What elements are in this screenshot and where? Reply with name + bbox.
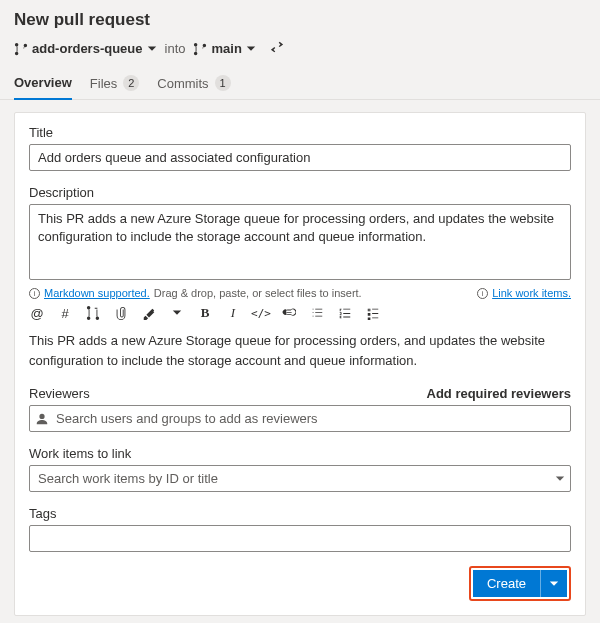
page-title: New pull request [14, 10, 586, 30]
description-label: Description [29, 185, 571, 200]
title-input[interactable] [29, 144, 571, 171]
swap-icon [270, 40, 284, 54]
reviewers-input[interactable] [29, 405, 571, 432]
chevron-down-icon [555, 474, 565, 484]
numbered-list-icon[interactable] [337, 306, 353, 320]
italic-icon[interactable]: I [225, 305, 241, 321]
tags-label: Tags [29, 506, 571, 521]
description-preview: This PR adds a new Azure Storage queue f… [29, 331, 571, 370]
tabs-bar: Overview Files 2 Commits 1 [0, 69, 600, 100]
info-icon: i [477, 288, 488, 299]
attach-icon[interactable] [113, 306, 129, 320]
description-textarea[interactable]: This PR adds a new Azure Storage queue f… [29, 204, 571, 280]
work-items-dropdown-button[interactable] [555, 474, 565, 484]
highlight-icon[interactable] [141, 306, 157, 320]
work-items-input[interactable] [29, 465, 571, 492]
tab-commits[interactable]: Commits 1 [157, 69, 230, 99]
info-icon: i [29, 288, 40, 299]
checklist-icon[interactable] [365, 306, 381, 320]
create-dropdown-button[interactable] [540, 570, 567, 597]
swap-branches-button[interactable] [270, 40, 284, 57]
description-hints: i Markdown supported. Drag & drop, paste… [29, 287, 571, 299]
branch-icon [14, 42, 28, 56]
bullet-list-icon[interactable] [309, 306, 325, 320]
chevron-down-icon [246, 44, 256, 54]
title-label: Title [29, 125, 571, 140]
create-button-highlight: Create [469, 566, 571, 601]
work-items-label: Work items to link [29, 446, 571, 461]
into-label: into [165, 41, 186, 56]
link-icon[interactable] [281, 306, 297, 320]
create-button[interactable]: Create [473, 570, 540, 597]
source-branch-name: add-orders-queue [32, 41, 143, 56]
commits-count-badge: 1 [215, 75, 231, 91]
tags-input[interactable] [29, 525, 571, 552]
chevron-down-icon [549, 579, 559, 589]
link-work-items-link[interactable]: Link work items. [492, 287, 571, 299]
chevron-down-icon [147, 44, 157, 54]
pr-link-icon[interactable] [85, 306, 101, 320]
tab-overview[interactable]: Overview [14, 69, 72, 100]
target-branch-selector[interactable]: main [193, 41, 255, 56]
files-count-badge: 2 [123, 75, 139, 91]
chevron-down-icon[interactable] [169, 308, 185, 318]
hash-icon[interactable]: # [57, 306, 73, 321]
branch-selector-row: add-orders-queue into main [14, 40, 586, 57]
add-required-reviewers-link[interactable]: Add required reviewers [427, 386, 572, 401]
markdown-toolbar: @ # B I </> [29, 305, 571, 321]
target-branch-name: main [211, 41, 241, 56]
bold-icon[interactable]: B [197, 305, 213, 321]
reviewers-label: Reviewers [29, 386, 90, 401]
branch-icon [193, 42, 207, 56]
mention-icon[interactable]: @ [29, 306, 45, 321]
tab-files[interactable]: Files 2 [90, 69, 139, 99]
markdown-hint-suffix: Drag & drop, paste, or select files to i… [154, 287, 362, 299]
code-icon[interactable]: </> [253, 307, 269, 320]
source-branch-selector[interactable]: add-orders-queue [14, 41, 157, 56]
markdown-supported-link[interactable]: Markdown supported. [44, 287, 150, 299]
person-icon [35, 412, 49, 426]
pr-form-card: Title Description This PR adds a new Azu… [14, 112, 586, 616]
